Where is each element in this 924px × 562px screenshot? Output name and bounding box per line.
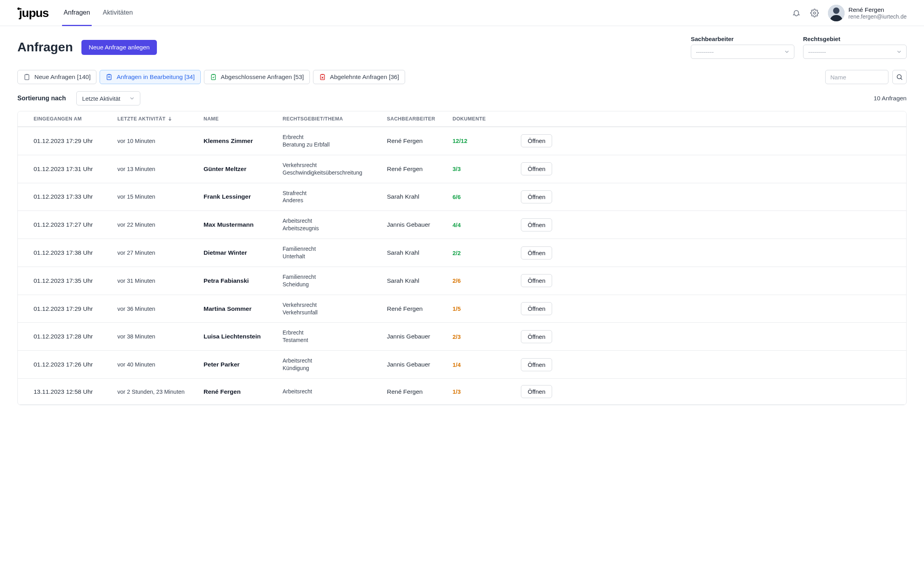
- settings-icon[interactable]: [810, 8, 819, 18]
- col-topic: Rechtsgebiet/Thema: [283, 116, 387, 122]
- cell-docs: 12/12: [453, 137, 497, 144]
- filter-area: Rechtsgebiet ---------: [803, 36, 907, 59]
- cell-date: 01.12.2023 17:26 Uhr: [34, 361, 117, 368]
- col-activity[interactable]: Letzte Aktivität: [117, 116, 204, 122]
- cell-date: 01.12.2023 17:35 Uhr: [34, 277, 117, 284]
- table-row: 01.12.2023 17:35 Uhr vor 31 Minuten Petr…: [18, 267, 906, 295]
- cell-agent: René Fergen: [387, 137, 453, 145]
- open-button[interactable]: Öffnen: [521, 302, 552, 315]
- chevron-down-icon: [130, 96, 134, 101]
- filter-agent-label: Sachbearbeiter: [691, 36, 794, 42]
- cell-action: Öffnen: [497, 274, 552, 287]
- svg-point-0: [813, 12, 816, 14]
- table-row: 01.12.2023 17:38 Uhr vor 27 Minuten Diet…: [18, 239, 906, 267]
- open-button[interactable]: Öffnen: [521, 385, 552, 398]
- svg-rect-3: [25, 75, 29, 80]
- new-request-button[interactable]: Neue Anfrage anlegen: [81, 40, 157, 55]
- chevron-down-icon: [784, 49, 789, 54]
- search-wrap: [825, 70, 907, 84]
- cell-action: Öffnen: [497, 134, 552, 147]
- sort-label: Sortierung nach: [17, 95, 66, 102]
- cell-name: Frank Lessinger: [204, 193, 283, 200]
- cell-agent: Jannis Gebauer: [387, 361, 453, 368]
- cell-agent: Jannis Gebauer: [387, 221, 453, 228]
- cell-date: 01.12.2023 17:38 Uhr: [34, 249, 117, 256]
- col-agent: Sachbearbeiter: [387, 116, 453, 122]
- cell-topic: FamilienrechtUnterhalt: [283, 245, 387, 260]
- cell-name: René Fergen: [204, 388, 283, 395]
- cell-action: Öffnen: [497, 246, 552, 259]
- table-row: 01.12.2023 17:29 Uhr vor 10 Minuten Klem…: [18, 127, 906, 155]
- user-menu[interactable]: René Fergen rene.fergen@iurtech.de: [828, 5, 907, 21]
- open-button[interactable]: Öffnen: [521, 246, 552, 259]
- cell-docs: 2/3: [453, 333, 497, 340]
- svg-rect-4: [107, 75, 111, 80]
- cell-activity: vor 40 Minuten: [117, 361, 204, 368]
- sort-select[interactable]: Letzte Aktivität: [76, 91, 141, 105]
- search-button[interactable]: [892, 70, 907, 84]
- status-tab-label: Neue Anfragen [140]: [34, 73, 91, 81]
- cell-activity: vor 38 Minuten: [117, 333, 204, 340]
- col-docs: Dokumente: [453, 116, 497, 122]
- cell-docs: 2/2: [453, 250, 497, 256]
- search-input[interactable]: [825, 70, 888, 84]
- cell-date: 01.12.2023 17:31 Uhr: [34, 165, 117, 173]
- title-left: Anfragen Neue Anfrage anlegen: [17, 40, 157, 55]
- status-tab[interactable]: Abgelehnte Anfragen [36]: [313, 70, 405, 84]
- cell-name: Max Mustermann: [204, 221, 283, 228]
- status-tab[interactable]: Neue Anfragen [140]: [17, 70, 96, 84]
- cell-agent: René Fergen: [387, 388, 453, 395]
- cell-docs: 6/6: [453, 194, 497, 200]
- svg-rect-5: [211, 75, 215, 80]
- user-name: René Fergen: [849, 6, 907, 13]
- open-button[interactable]: Öffnen: [521, 358, 552, 371]
- cell-docs: 4/4: [453, 222, 497, 228]
- cell-agent: Jannis Gebauer: [387, 333, 453, 340]
- cell-topic: ArbeitsrechtKündigung: [283, 357, 387, 372]
- filter-area-select[interactable]: ---------: [803, 45, 907, 59]
- cell-topic: VerkehrsrechtVerkehrsunfall: [283, 301, 387, 316]
- notifications-icon[interactable]: [792, 8, 801, 18]
- cell-activity: vor 10 Minuten: [117, 138, 204, 144]
- table-row: 01.12.2023 17:29 Uhr vor 36 Minuten Mart…: [18, 295, 906, 323]
- cell-agent: René Fergen: [387, 305, 453, 312]
- cell-name: Luisa Liechtenstein: [204, 333, 283, 340]
- cell-docs: 1/5: [453, 305, 497, 312]
- open-button[interactable]: Öffnen: [521, 190, 552, 203]
- col-name: Name: [204, 116, 283, 122]
- cell-action: Öffnen: [497, 358, 552, 371]
- status-tab[interactable]: Abgeschlossene Anfragen [53]: [204, 70, 310, 84]
- cell-name: Klemens Zimmer: [204, 137, 283, 145]
- cell-topic: ErbrechtTestament: [283, 329, 387, 344]
- open-button[interactable]: Öffnen: [521, 134, 552, 147]
- cell-date: 01.12.2023 17:27 Uhr: [34, 221, 117, 228]
- status-tab[interactable]: Anfragen in Bearbeitung [34]: [100, 70, 200, 84]
- sort-left: Sortierung nach Letzte Aktivität: [17, 91, 140, 105]
- filter-agent-select[interactable]: ---------: [691, 45, 794, 59]
- open-button[interactable]: Öffnen: [521, 162, 552, 175]
- table-header: Eingegangen am Letzte Aktivität Name Rec…: [18, 111, 906, 127]
- cell-topic: ArbeitsrechtArbeitszeugnis: [283, 217, 387, 232]
- cell-date: 01.12.2023 17:29 Uhr: [34, 137, 117, 145]
- open-button[interactable]: Öffnen: [521, 330, 552, 343]
- header-left: jupus AnfragenAktivitäten: [17, 0, 134, 26]
- cell-name: Dietmar Winter: [204, 249, 283, 256]
- status-tab-label: Abgeschlossene Anfragen [53]: [221, 73, 304, 81]
- col-action: [497, 116, 552, 122]
- cell-action: Öffnen: [497, 302, 552, 315]
- cell-activity: vor 27 Minuten: [117, 250, 204, 256]
- table-row: 01.12.2023 17:31 Uhr vor 13 Minuten Günt…: [18, 155, 906, 183]
- cell-action: Öffnen: [497, 190, 552, 203]
- open-button[interactable]: Öffnen: [521, 274, 552, 287]
- cell-action: Öffnen: [497, 385, 552, 398]
- page-title: Anfragen: [17, 40, 73, 55]
- cell-agent: Sarah Krahl: [387, 249, 453, 256]
- open-button[interactable]: Öffnen: [521, 218, 552, 231]
- cell-name: Petra Fabianski: [204, 277, 283, 284]
- nav-tab-aktivitäten[interactable]: Aktivitäten: [101, 0, 134, 26]
- header-right: René Fergen rene.fergen@iurtech.de: [792, 5, 907, 21]
- filters: Sachbearbeiter --------- Rechtsgebiet --…: [691, 36, 907, 59]
- table-row: 01.12.2023 17:33 Uhr vor 15 Minuten Fran…: [18, 183, 906, 211]
- app-logo: jupus: [17, 6, 49, 20]
- nav-tab-anfragen[interactable]: Anfragen: [62, 0, 92, 26]
